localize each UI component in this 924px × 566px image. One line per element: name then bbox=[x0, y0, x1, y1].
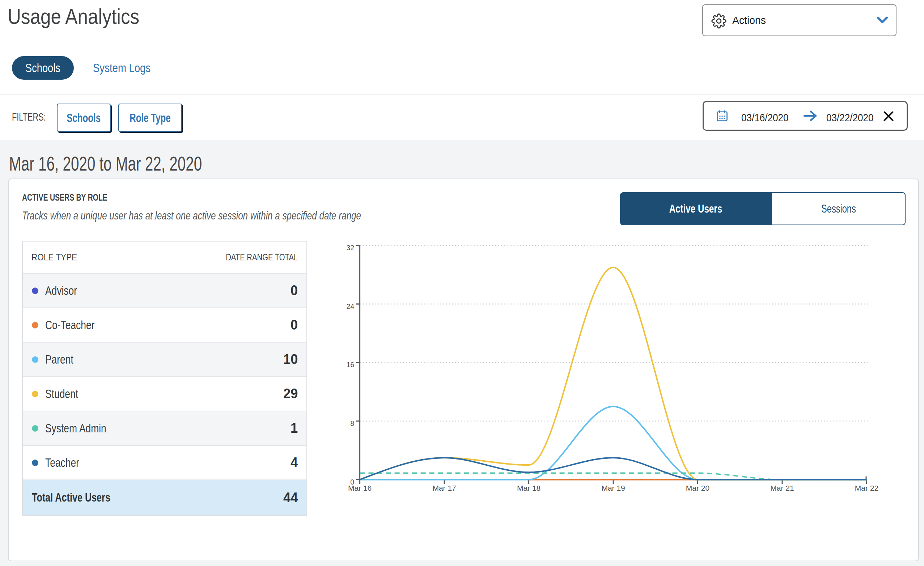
svg-text:Mar 16: Mar 16 bbox=[348, 484, 372, 492]
svg-text:Mar 19: Mar 19 bbox=[601, 484, 625, 492]
svg-text:Mar 18: Mar 18 bbox=[517, 484, 540, 492]
svg-text:Mar 17: Mar 17 bbox=[432, 484, 456, 492]
svg-text:8: 8 bbox=[350, 419, 354, 427]
svg-text:Mar 22: Mar 22 bbox=[855, 484, 878, 492]
svg-text:24: 24 bbox=[346, 302, 354, 310]
svg-text:Mar 20: Mar 20 bbox=[686, 484, 710, 492]
svg-text:Mar 21: Mar 21 bbox=[770, 484, 794, 492]
svg-text:16: 16 bbox=[346, 360, 354, 369]
svg-text:32: 32 bbox=[346, 243, 354, 252]
